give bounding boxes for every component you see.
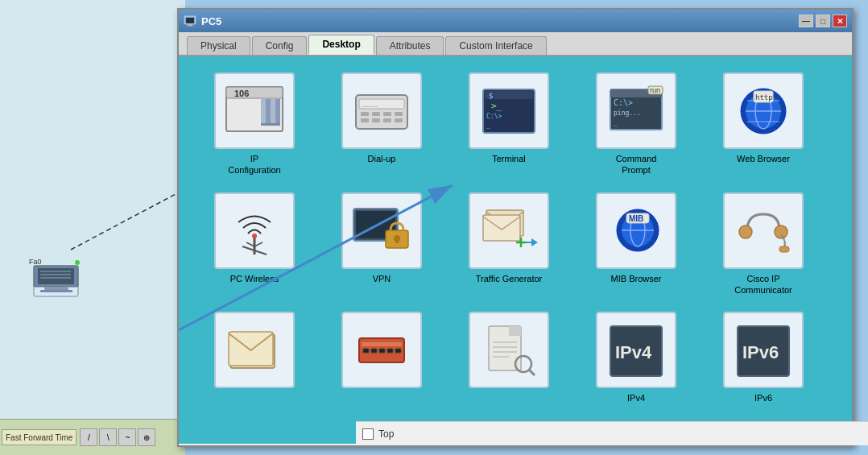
icon-box-terminal: $ >_ C:\> _ xyxy=(469,72,549,149)
minimize-button[interactable]: — xyxy=(799,14,813,27)
pc-wireless-icon xyxy=(222,202,287,259)
icon-label-ipv4: IPv4 xyxy=(627,392,645,403)
toolbar-btn-backslash[interactable]: \ xyxy=(99,428,117,446)
icon-box-cisco-ip xyxy=(723,192,804,269)
icon-label-pc-wireless: PC Wireless xyxy=(230,273,279,284)
svg-rect-14 xyxy=(186,26,194,27)
doc-icon xyxy=(477,322,541,378)
title-bar-left: PC5 xyxy=(184,14,221,27)
svg-rect-88 xyxy=(379,349,385,353)
close-button[interactable]: ✕ xyxy=(833,14,847,27)
icon-label-terminal: Terminal xyxy=(492,153,526,164)
icon-box-ipv4: IPv4 xyxy=(596,312,676,388)
svg-rect-22 xyxy=(271,99,275,123)
icon-item-ip-config[interactable]: 106 IPConfiguration xyxy=(195,68,314,180)
svg-line-98 xyxy=(529,370,535,375)
svg-point-79 xyxy=(739,225,752,238)
icon-label-cisco-ip: Cisco IPCommunicator xyxy=(734,273,792,296)
svg-rect-32 xyxy=(361,118,369,122)
icon-label-traffic-gen: Traffic Generator xyxy=(476,273,543,284)
svg-rect-34 xyxy=(383,118,391,122)
icon-box-email xyxy=(214,312,295,388)
svg-rect-2 xyxy=(34,266,78,287)
icon-item-email[interactable] xyxy=(195,308,314,407)
email-icon xyxy=(222,322,287,378)
bottom-toolbar: Fast Forward Time / \ ~ ⊕ xyxy=(0,419,185,455)
maximize-button[interactable]: □ xyxy=(816,14,830,27)
icon-item-command-prompt[interactable]: run C:\> ping... _ CommandPrompt xyxy=(577,68,696,180)
icon-box-doc xyxy=(469,312,549,388)
tab-attributes[interactable]: Attributes xyxy=(376,36,444,55)
icon-item-terminal[interactable]: $ >_ C:\> _ Terminal xyxy=(449,68,568,180)
tab-custom-interface[interactable]: Custom Interface xyxy=(445,36,546,55)
tab-config[interactable]: Config xyxy=(252,36,308,55)
canvas-area: Fa0 xyxy=(0,0,185,419)
tab-desktop[interactable]: Desktop xyxy=(308,35,374,55)
svg-text:106: 106 xyxy=(234,89,249,98)
svg-rect-33 xyxy=(372,118,380,122)
icon-item-ipv6[interactable]: IPv6 IPv6 xyxy=(704,308,823,407)
toolbar-btn-plus[interactable]: ⊕ xyxy=(138,428,155,446)
svg-text:_: _ xyxy=(614,119,618,126)
icon-item-web-browser[interactable]: http: Web Browser xyxy=(704,68,823,180)
svg-rect-13 xyxy=(188,24,192,26)
top-checkbox[interactable] xyxy=(362,428,374,440)
icon-item-network-device2[interactable] xyxy=(322,308,441,407)
terminal-icon: $ >_ C:\> _ xyxy=(477,83,541,139)
svg-rect-30 xyxy=(383,112,391,116)
icon-label-mib-browser: MIB Browser xyxy=(611,273,662,284)
icon-item-dialup[interactable]: ......... Dial-up xyxy=(322,68,441,180)
icon-label-web-browser: Web Browser xyxy=(737,153,790,164)
svg-text:Fa0: Fa0 xyxy=(29,258,42,266)
command-prompt-icon: run C:\> ping... _ xyxy=(604,83,668,139)
icon-label-ip-config: IPConfiguration xyxy=(228,153,280,176)
pc-icon xyxy=(184,14,196,27)
toolbar-btn-slash[interactable]: / xyxy=(80,428,97,446)
svg-rect-90 xyxy=(395,349,401,353)
svg-rect-24 xyxy=(261,123,280,126)
icon-item-cisco-ip[interactable]: Cisco IPCommunicator xyxy=(704,188,823,300)
svg-rect-85 xyxy=(362,342,402,346)
svg-text:IPv6: IPv6 xyxy=(742,342,779,362)
icon-box-ip-config: 106 xyxy=(214,72,295,149)
tab-physical[interactable]: Physical xyxy=(187,36,250,55)
svg-rect-89 xyxy=(387,349,393,353)
fast-forward-label: Fast Forward Time xyxy=(2,429,76,445)
content-area[interactable]: 106 IPConfiguration ....... xyxy=(179,56,852,444)
icon-item-vpn[interactable]: VPN xyxy=(322,188,441,300)
icon-box-pc-wireless xyxy=(214,192,295,269)
toolbar-btn-tilde[interactable]: ~ xyxy=(118,428,136,446)
icon-item-doc[interactable] xyxy=(449,308,568,407)
bottom-strip: Top xyxy=(356,421,868,445)
svg-line-0 xyxy=(71,193,177,250)
svg-text:C:\>: C:\> xyxy=(486,113,502,120)
network-device2-icon xyxy=(349,322,414,378)
icon-item-mib-browser[interactable]: MIB MIB Browser xyxy=(577,188,696,300)
svg-rect-81 xyxy=(779,246,789,252)
icon-item-ipv4[interactable]: IPv4 IPv4 xyxy=(577,308,696,407)
icon-item-pc-wireless[interactable]: PC Wireless xyxy=(195,188,314,300)
icon-box-command-prompt: run C:\> ping... _ xyxy=(596,72,676,149)
svg-rect-28 xyxy=(361,112,369,116)
icon-box-web-browser: http: xyxy=(723,72,804,149)
svg-rect-86 xyxy=(363,349,369,353)
window-title: PC5 xyxy=(201,15,221,27)
title-bar: PC5 — □ ✕ xyxy=(179,10,852,32)
svg-rect-66 xyxy=(395,238,399,243)
icon-label-vpn: VPN xyxy=(373,273,391,284)
ipv4-icon: IPv4 xyxy=(604,322,668,378)
svg-rect-87 xyxy=(371,349,377,353)
icon-box-mib-browser: MIB xyxy=(596,192,676,269)
title-controls: — □ ✕ xyxy=(799,14,847,27)
icon-label-command-prompt: CommandPrompt xyxy=(616,153,657,176)
traffic-gen-icon xyxy=(477,202,541,259)
svg-rect-3 xyxy=(38,268,74,284)
icon-label-ipv6: IPv6 xyxy=(754,392,772,403)
ip-config-icon: 106 xyxy=(222,83,287,139)
toolbar-icons: / \ ~ ⊕ xyxy=(78,427,157,448)
svg-rect-12 xyxy=(186,18,194,23)
svg-text:_: _ xyxy=(486,122,490,129)
svg-text:http:: http: xyxy=(755,93,777,101)
icon-grid: 106 IPConfiguration ....... xyxy=(179,56,839,420)
icon-item-traffic-gen[interactable]: Traffic Generator xyxy=(449,188,568,300)
